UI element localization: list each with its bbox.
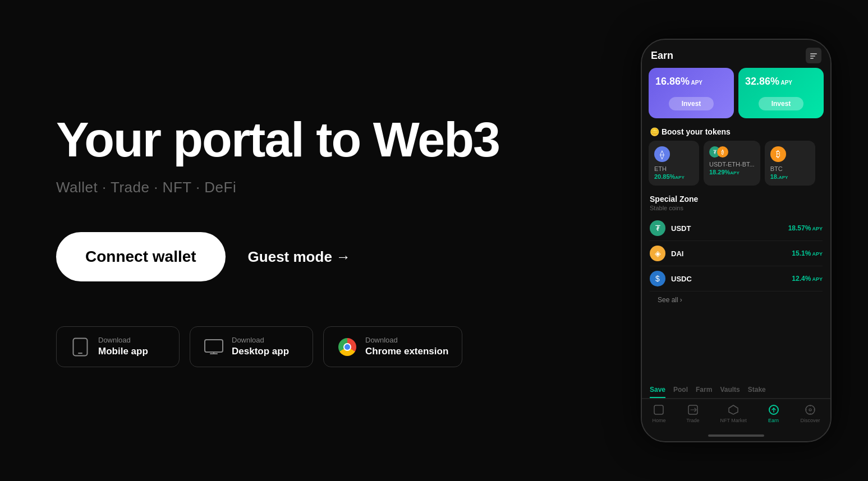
guest-mode-link[interactable]: Guest mode → <box>248 248 351 266</box>
eth-apy: 20.85%APY <box>654 173 694 180</box>
boost-title: 🪙 Boost your tokens <box>642 125 830 141</box>
eth-icon: ⟠ <box>654 146 670 162</box>
download-desktop-button[interactable]: Download Desktop app <box>190 326 313 367</box>
cta-row: Connect wallet Guest mode → <box>56 232 582 281</box>
nft-nav-icon <box>727 404 740 416</box>
svg-rect-5 <box>810 53 817 54</box>
subtitle: Wallet · Trade · NFT · DeFi <box>56 179 582 196</box>
token-usdt-eth: ₮ ₿ USDT-ETH-BT... 18.29%APY <box>704 141 760 186</box>
invest-btn-green[interactable]: Invest <box>759 97 803 110</box>
invest-btn-blue[interactable]: Invest <box>669 97 714 110</box>
earn-title: Earn <box>651 50 673 62</box>
chrome-icon <box>337 337 357 357</box>
usdc-coin-name: USDC <box>671 275 792 283</box>
stable-label: Stable coins <box>650 205 823 211</box>
tab-farm[interactable]: Farm <box>696 386 712 398</box>
mobile-download-text: Download Mobile app <box>98 336 148 358</box>
btc-name: BTC <box>770 165 810 172</box>
chrome-label: Download <box>365 336 398 345</box>
tab-stake[interactable]: Stake <box>748 386 766 398</box>
btc-icon: ₿ <box>770 146 786 162</box>
tab-vaults[interactable]: Vaults <box>720 386 740 398</box>
desktop-icon <box>204 337 224 357</box>
download-mobile-button[interactable]: Download Mobile app <box>56 326 180 367</box>
tab-bar: Save Pool Farm Vaults Stake <box>642 382 830 399</box>
svg-rect-8 <box>654 405 663 414</box>
download-row: Download Mobile app Download Desktop app <box>56 326 582 367</box>
download-chrome-button[interactable]: Download Chrome extension <box>323 326 462 367</box>
see-all[interactable]: See all › <box>650 292 823 308</box>
usdt-coin-name: USDT <box>671 224 788 233</box>
nav-discover[interactable]: Discover <box>800 404 820 423</box>
btc-overlay-icon: ₿ <box>717 146 728 158</box>
svg-rect-1 <box>78 353 82 354</box>
nav-nft[interactable]: NFT Market <box>720 404 746 423</box>
mobile-label: Download <box>98 336 131 345</box>
dai-coin-apy: 15.1% APY <box>792 249 823 257</box>
bottom-navigation: Home Trade <box>642 399 830 432</box>
tab-pool[interactable]: Pool <box>673 386 688 398</box>
nav-trade[interactable]: Trade <box>686 404 699 423</box>
chrome-download-text: Download Chrome extension <box>365 336 448 358</box>
token-eth: ⟠ ETH 20.85%APY <box>649 141 699 186</box>
tab-save[interactable]: Save <box>650 386 665 398</box>
home-indicator <box>708 434 764 437</box>
desktop-name: Desktop app <box>232 345 289 358</box>
header-icon-btn[interactable] <box>806 48 821 63</box>
earn-nav-icon <box>768 404 780 416</box>
home-nav-icon <box>653 404 665 416</box>
dai-coin-name: DAI <box>671 249 792 258</box>
desktop-download-text: Download Desktop app <box>232 336 289 358</box>
svg-marker-10 <box>729 405 738 414</box>
connect-wallet-button[interactable]: Connect wallet <box>56 232 226 281</box>
token-btc: ₿ BTC 18.APY <box>765 141 815 186</box>
earn-card-blue: 16.86% APY Invest <box>649 68 734 118</box>
usdc-coin-apy: 12.4% APY <box>792 275 823 283</box>
discover-nav-label: Discover <box>800 418 820 423</box>
coin-usdt: ₮ USDT 18.57% APY <box>650 216 823 241</box>
special-zone: Special Zone Stable coins ₮ USDT 18.57% … <box>642 192 830 308</box>
left-content: Your portal to Web3 Wallet · Trade · NFT… <box>0 0 627 481</box>
usdt-coin-apy: 18.57% APY <box>788 224 823 232</box>
home-nav-label: Home <box>652 418 665 423</box>
svg-rect-2 <box>205 340 223 352</box>
discover-nav-icon <box>804 404 816 416</box>
trade-nav-label: Trade <box>686 418 699 423</box>
page-title: Your portal to Web3 <box>56 114 582 165</box>
svg-point-13 <box>809 409 811 411</box>
svg-rect-6 <box>810 55 815 57</box>
eth-name: ETH <box>654 165 694 172</box>
blue-apy: 16.86% APY <box>655 76 727 87</box>
mobile-icon <box>70 337 90 357</box>
btc-apy: 18.APY <box>770 173 810 180</box>
green-apy: 32.86% APY <box>745 76 817 87</box>
phone-header: Earn <box>642 40 830 68</box>
usdt-eth-name: USDT-ETH-BT... <box>709 161 755 168</box>
phone-mockup-container: Earn 16.86% APY Invest 32.86% APY Inves <box>627 0 868 481</box>
earn-card-green: 32.86% APY Invest <box>738 68 824 118</box>
usdc-coin-icon: $ <box>650 271 665 286</box>
nav-home[interactable]: Home <box>652 404 665 423</box>
svg-point-12 <box>806 405 815 414</box>
chrome-name: Chrome extension <box>365 345 448 358</box>
svg-rect-7 <box>810 58 814 59</box>
trade-nav-icon <box>687 404 699 416</box>
dai-coin-icon: ◈ <box>650 246 665 261</box>
special-zone-title: Special Zone <box>650 195 823 203</box>
token-row: ⟠ ETH 20.85%APY ₮ ₿ USDT-ETH-BT... 18.29… <box>642 141 830 192</box>
usdt-coin-icon: ₮ <box>650 220 665 236</box>
phone-device: Earn 16.86% APY Invest 32.86% APY Inves <box>641 39 832 442</box>
coin-usdc: $ USDC 12.4% APY <box>650 266 823 292</box>
nft-nav-label: NFT Market <box>720 418 746 423</box>
mobile-name: Mobile app <box>98 345 148 358</box>
coin-dai: ◈ DAI 15.1% APY <box>650 241 823 266</box>
usdt-eth-apy: 18.29%APY <box>709 169 755 175</box>
earn-cards: 16.86% APY Invest 32.86% APY Invest <box>642 68 830 125</box>
nav-earn[interactable]: Earn <box>768 404 780 423</box>
desktop-label: Download <box>232 336 264 345</box>
earn-nav-label: Earn <box>768 418 779 423</box>
phone-screen: Earn 16.86% APY Invest 32.86% APY Inves <box>642 40 830 441</box>
